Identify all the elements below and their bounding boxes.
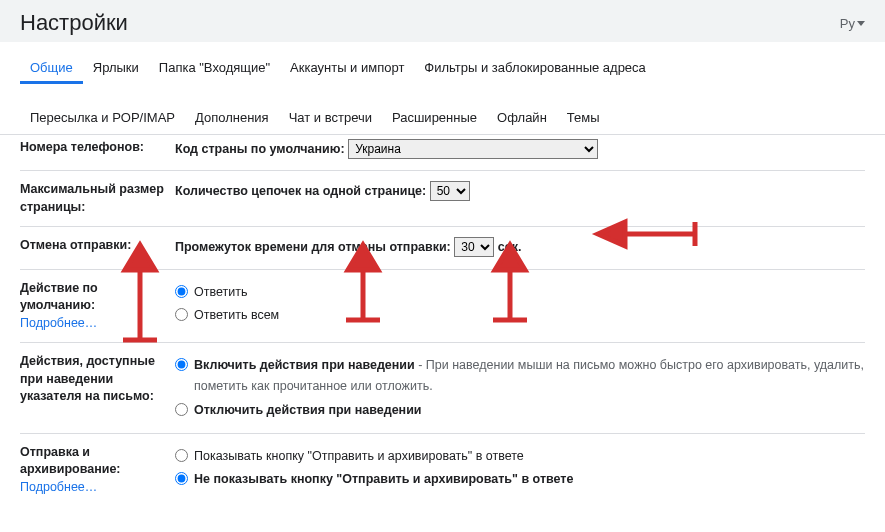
undo-unit: сек.	[498, 240, 522, 254]
reply-all-radio[interactable]	[175, 308, 188, 321]
pagesize-select[interactable]: 50	[430, 181, 470, 201]
tab-offline[interactable]: Офлайн	[487, 104, 557, 134]
reply-radio[interactable]	[175, 285, 188, 298]
archive-more-link[interactable]: Подробнее…	[20, 480, 97, 494]
undo-field-label: Промежуток времени для отмены отправки:	[175, 240, 451, 254]
archive-hide-option: Не показывать кнопку "Отправить и архиви…	[194, 469, 573, 490]
pagesize-label: Максимальный размер страницы:	[20, 181, 175, 216]
lang-selector[interactable]: Py	[840, 16, 865, 31]
tab-addons[interactable]: Дополнения	[185, 104, 279, 134]
hover-enable-text: Включить действия при наведении	[194, 358, 415, 372]
hover-enable-radio[interactable]	[175, 358, 188, 371]
country-code-select[interactable]: Украина	[348, 139, 598, 159]
tab-chat[interactable]: Чат и встречи	[279, 104, 382, 134]
archive-label: Отправка и архивирование:	[20, 445, 121, 477]
undo-duration-select[interactable]: 30	[454, 237, 494, 257]
tab-themes[interactable]: Темы	[557, 104, 610, 134]
pagesize-field-label: Количество цепочек на одной странице:	[175, 184, 426, 198]
tab-general[interactable]: Общие	[20, 54, 83, 84]
reply-option: Ответить	[194, 282, 247, 303]
tab-filters[interactable]: Фильтры и заблокированные адреса	[414, 54, 655, 84]
page-title: Настройки	[20, 10, 128, 36]
archive-show-radio[interactable]	[175, 449, 188, 462]
tab-accounts[interactable]: Аккаунты и импорт	[280, 54, 414, 84]
tab-inbox[interactable]: Папка "Входящие"	[149, 54, 280, 84]
phone-label: Номера телефонов:	[20, 139, 175, 157]
default-action-label: Действие по умолчанию:	[20, 281, 98, 313]
tab-advanced[interactable]: Расширенные	[382, 104, 487, 134]
hover-disable-text: Отключить действия при наведении	[194, 400, 422, 421]
archive-hide-radio[interactable]	[175, 472, 188, 485]
phone-field-label: Код страны по умолчанию:	[175, 142, 345, 156]
chevron-down-icon	[857, 21, 865, 26]
archive-show-option: Показывать кнопку "Отправить и архивиров…	[194, 446, 524, 467]
default-action-more-link[interactable]: Подробнее…	[20, 316, 97, 330]
hover-label: Действия, доступные при наведении указат…	[20, 353, 175, 406]
tab-labels[interactable]: Ярлыки	[83, 54, 149, 84]
hover-disable-radio[interactable]	[175, 403, 188, 416]
reply-all-option: Ответить всем	[194, 305, 279, 326]
tab-pop-imap[interactable]: Пересылка и POP/IMAP	[20, 104, 185, 134]
undo-label: Отмена отправки:	[20, 237, 175, 255]
